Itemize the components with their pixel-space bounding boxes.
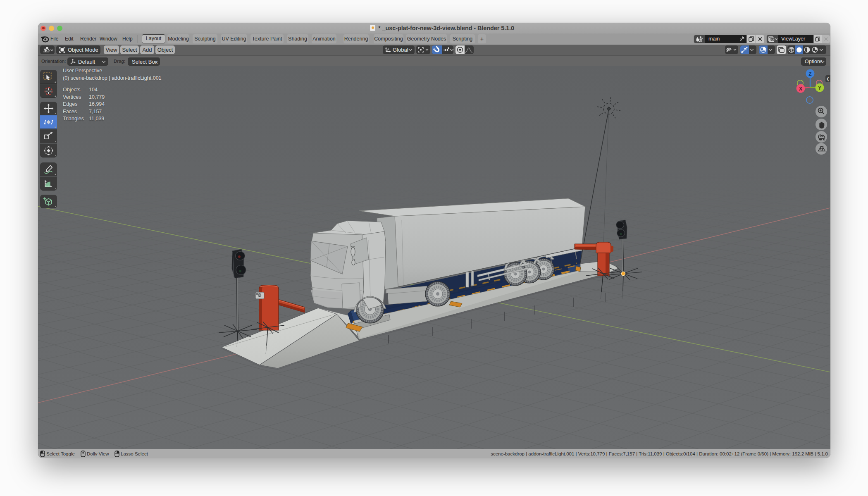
svg-text:Z: Z	[808, 71, 811, 77]
svg-text:X: X	[799, 86, 802, 92]
svg-text:Y: Y	[818, 85, 821, 91]
